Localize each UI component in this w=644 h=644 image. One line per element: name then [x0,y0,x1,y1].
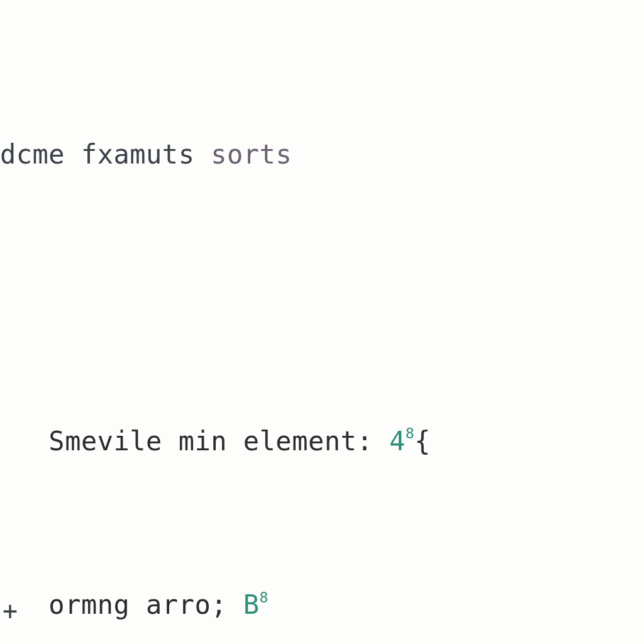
code-line: dcme fxamuts sorts [0,134,644,175]
token: dcme fxamuts [0,139,211,170]
token: Smevile min element: [0,426,389,457]
token-superscript: 8 [406,425,414,441]
token: sorts [211,139,292,170]
corner-plus-icon: + [3,596,18,625]
token: { [414,426,431,457]
code-line: Smevile min element: 48{ [0,421,644,462]
token: ormng arro; [0,589,243,620]
token-superscript: 8 [260,589,269,606]
token: 4 [389,426,406,457]
code-editor[interactable]: dcme fxamuts sorts Smevile min element: … [0,0,644,644]
code-line: ormng arro; B8 [0,584,644,625]
token: B [243,589,260,620]
